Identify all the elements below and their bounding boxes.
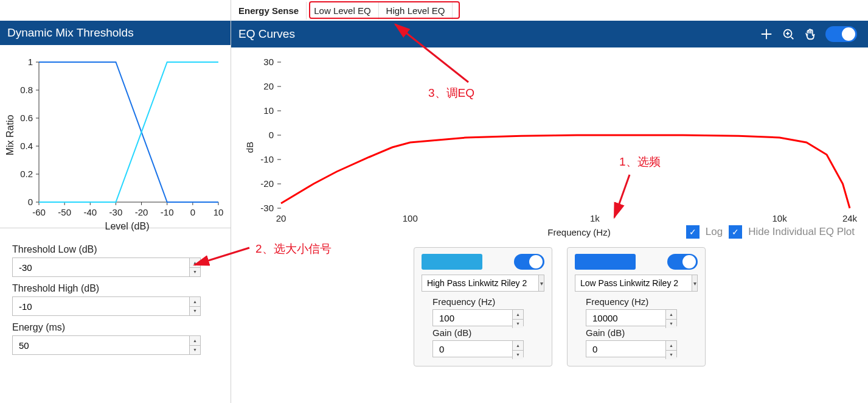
log-label: Log bbox=[706, 226, 723, 238]
svg-text:0.6: 0.6 bbox=[20, 113, 33, 123]
lp-freq-input[interactable] bbox=[586, 309, 677, 326]
hide-checkbox[interactable]: ✓ bbox=[729, 225, 742, 239]
spin-up-icon[interactable]: ▲ bbox=[512, 341, 523, 351]
svg-text:10k: 10k bbox=[772, 213, 787, 223]
spin-down-icon[interactable]: ▼ bbox=[189, 346, 200, 355]
threshold-low-label: Threshold Low (dB) bbox=[12, 244, 218, 255]
energy-label: Energy (ms) bbox=[12, 322, 218, 333]
svg-text:Frequency (Hz): Frequency (Hz) bbox=[547, 227, 610, 237]
svg-text:30: 30 bbox=[263, 57, 274, 67]
svg-text:10: 10 bbox=[263, 105, 274, 116]
svg-text:-30: -30 bbox=[109, 207, 123, 217]
svg-text:1: 1 bbox=[28, 57, 33, 67]
dropdown-icon[interactable]: ▾ bbox=[692, 275, 698, 292]
mix-threshold-chart: 00.20.40.60.81 -60-50-40-30-20-10010 Lev… bbox=[0, 45, 231, 228]
hide-label: Hide Individual EQ Plot bbox=[748, 226, 855, 238]
dropdown-icon[interactable]: ▾ bbox=[539, 275, 544, 292]
lowpass-filter-box: ▾ Frequency (Hz) ▲▼ Gain (dB) ▲▼ bbox=[567, 247, 706, 366]
hp-freq-input[interactable] bbox=[432, 309, 524, 326]
spin-up-icon[interactable]: ▲ bbox=[665, 310, 676, 320]
svg-text:0: 0 bbox=[190, 207, 195, 217]
lowpass-swatch bbox=[575, 254, 636, 270]
svg-text:0: 0 bbox=[269, 130, 274, 140]
svg-text:-20: -20 bbox=[260, 178, 274, 189]
spin-down-icon[interactable]: ▼ bbox=[665, 351, 676, 360]
spin-down-icon[interactable]: ▼ bbox=[189, 268, 200, 277]
svg-text:10: 10 bbox=[214, 207, 224, 217]
svg-text:24k: 24k bbox=[842, 213, 858, 223]
highpass-swatch bbox=[422, 254, 482, 270]
spin-down-icon[interactable]: ▼ bbox=[665, 320, 676, 329]
highpass-type-select[interactable] bbox=[422, 275, 539, 292]
log-checkbox[interactable]: ✓ bbox=[686, 225, 700, 239]
svg-text:0.4: 0.4 bbox=[20, 141, 33, 151]
svg-text:-50: -50 bbox=[58, 207, 71, 217]
svg-text:Level (dB): Level (dB) bbox=[105, 221, 150, 231]
tabs: Energy Sense Low Level EQ High Level EQ bbox=[231, 0, 868, 21]
lp-freq-label: Frequency (Hz) bbox=[575, 296, 698, 307]
svg-text:-40: -40 bbox=[83, 207, 97, 217]
svg-text:-60: -60 bbox=[32, 207, 46, 217]
spin-up-icon[interactable]: ▲ bbox=[189, 297, 200, 307]
spin-down-icon[interactable]: ▼ bbox=[512, 320, 523, 329]
crosshair-icon[interactable] bbox=[760, 27, 773, 41]
hp-gain-label: Gain (dB) bbox=[422, 328, 544, 338]
svg-text:20: 20 bbox=[263, 81, 274, 91]
svg-text:1k: 1k bbox=[590, 213, 600, 223]
sidebar-title: Dynamic Mix Thresholds bbox=[0, 21, 231, 45]
svg-text:-10: -10 bbox=[260, 154, 274, 164]
spin-up-icon[interactable]: ▲ bbox=[665, 341, 676, 351]
eq-chart: -30-20-100102030 201001k10k24k dB Freque… bbox=[231, 47, 868, 239]
energy-input[interactable] bbox=[12, 335, 201, 355]
spin-up-icon[interactable]: ▲ bbox=[189, 336, 200, 346]
threshold-high-label: Threshold High (dB) bbox=[12, 283, 218, 294]
svg-text:20: 20 bbox=[276, 213, 286, 223]
svg-text:Mix Ratio: Mix Ratio bbox=[5, 115, 15, 156]
svg-text:-30: -30 bbox=[260, 203, 274, 213]
svg-text:100: 100 bbox=[403, 213, 418, 223]
tab-low-eq[interactable]: Low Level EQ bbox=[307, 2, 378, 19]
spin-down-icon[interactable]: ▼ bbox=[512, 351, 523, 360]
svg-text:dB: dB bbox=[245, 142, 255, 153]
svg-text:-10: -10 bbox=[161, 207, 174, 217]
spin-up-icon[interactable]: ▲ bbox=[189, 258, 200, 268]
threshold-low-input[interactable] bbox=[12, 258, 201, 277]
zoom-in-icon[interactable] bbox=[782, 27, 795, 41]
spin-up-icon[interactable]: ▲ bbox=[512, 310, 523, 320]
highpass-toggle[interactable] bbox=[514, 254, 544, 270]
tab-high-eq[interactable]: High Level EQ bbox=[379, 2, 453, 19]
threshold-high-input[interactable] bbox=[12, 296, 201, 316]
chart-enable-toggle[interactable] bbox=[825, 26, 857, 42]
eq-curves-title: EQ Curves bbox=[238, 27, 295, 41]
lowpass-type-select[interactable] bbox=[575, 275, 692, 292]
svg-text:-20: -20 bbox=[135, 207, 148, 217]
hp-freq-label: Frequency (Hz) bbox=[422, 296, 544, 307]
svg-text:0.2: 0.2 bbox=[20, 169, 33, 179]
svg-text:0: 0 bbox=[28, 197, 33, 207]
tab-energy-sense[interactable]: Energy Sense bbox=[231, 2, 307, 19]
svg-text:0.8: 0.8 bbox=[20, 85, 33, 95]
hp-gain-input[interactable] bbox=[432, 340, 524, 357]
highpass-filter-box: ▾ Frequency (Hz) ▲▼ Gain (dB) ▲▼ bbox=[414, 247, 552, 366]
spin-down-icon[interactable]: ▼ bbox=[189, 307, 200, 316]
pan-hand-icon[interactable] bbox=[804, 27, 817, 41]
lowpass-toggle[interactable] bbox=[667, 254, 698, 270]
lp-gain-label: Gain (dB) bbox=[575, 328, 698, 338]
lp-gain-input[interactable] bbox=[586, 340, 677, 357]
